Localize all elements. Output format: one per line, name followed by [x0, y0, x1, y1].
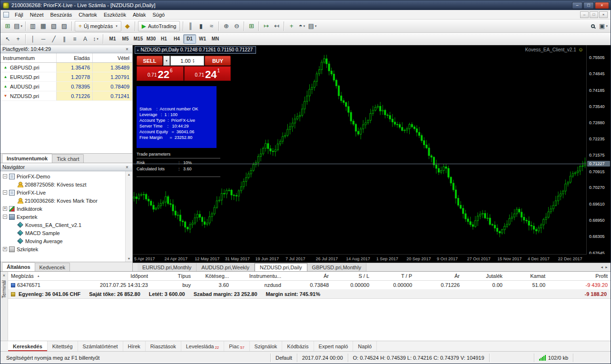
chart-tab-nzdusd-pri-daily[interactable]: NZDUSD.pri,Daily: [255, 263, 307, 271]
spin-down-icon[interactable]: ▾: [193, 61, 194, 63]
periods-icon[interactable]: ◓▾: [296, 21, 307, 31]
zoom-in-icon[interactable]: ⊕: [221, 21, 231, 31]
nav-item-macd-sample[interactable]: MACD Sample: [0, 229, 132, 237]
menu-eszk-z-k[interactable]: Eszközök: [100, 11, 129, 19]
column-header-instrumentum[interactable]: Instrumentum: [0, 53, 57, 62]
tab-tick-chart[interactable]: Tick chart: [52, 154, 84, 163]
cursor-icon[interactable]: ↖: [2, 34, 13, 44]
market-watch-icon[interactable]: ▥: [28, 21, 38, 31]
scroll-down-icon[interactable]: ▼: [128, 257, 131, 260]
menu-f-jl[interactable]: Fájl: [11, 11, 27, 19]
nav-item-moving-average[interactable]: Moving Average: [0, 237, 132, 245]
minimize-button[interactable]: –: [572, 2, 582, 9]
tab-ltal-nos[interactable]: Általános: [2, 262, 35, 271]
search-icon[interactable]: [588, 21, 598, 31]
terminal-tab-szign-lok[interactable]: Szignálok: [250, 341, 283, 351]
restore-button[interactable]: □: [583, 2, 594, 9]
order-row[interactable]: 634765712017.07.25 14:31:23buy3.60nzdusd…: [8, 281, 611, 290]
navigator-scrollbar[interactable]: ▲ ▼: [125, 171, 132, 262]
nav-item-szkriptek[interactable]: +Szkriptek: [0, 245, 132, 253]
tab-scroll-right-icon[interactable]: ►: [605, 266, 608, 269]
expand-icon[interactable]: +: [3, 247, 7, 251]
terminal-tab-piac[interactable]: Piac57: [224, 341, 249, 351]
column-header-r[interactable]: Ár: [415, 273, 463, 279]
sell-button[interactable]: SELL: [137, 56, 163, 66]
child-close-button[interactable]: ×: [599, 11, 608, 18]
column-header-kamat[interactable]: Kamat: [505, 273, 548, 279]
tab-scroll-left-icon[interactable]: ◄: [600, 266, 603, 269]
new-order-button[interactable]: +Új megbízás▾: [75, 21, 121, 31]
close-icon[interactable]: ×: [124, 164, 130, 170]
collapse-panel-icon[interactable]: ▴: [137, 48, 139, 52]
nav-item-expertek[interactable]: −Expertek: [0, 213, 132, 221]
lot-size-input[interactable]: 1.00 ▴ ▾: [170, 56, 204, 66]
timeframe-mn[interactable]: MN: [209, 34, 222, 44]
collapse-icon[interactable]: −: [3, 190, 7, 195]
column-header-instrumentu[interactable]: Instrumentu...: [232, 273, 284, 279]
column-header-t-pus[interactable]: Típus: [151, 273, 194, 279]
navigator-header[interactable]: Navigátor ×: [0, 163, 132, 171]
terminal-tab-sz-mlat-rt-net[interactable]: Számlatörténet: [78, 341, 123, 351]
expand-icon[interactable]: +: [3, 207, 7, 211]
chart-window-icon[interactable]: [3, 12, 9, 18]
menu-n-zet[interactable]: Nézet: [27, 11, 47, 19]
buy-price-button[interactable]: 0.71 24 1: [184, 66, 231, 81]
timeframe-m5[interactable]: M5: [119, 34, 132, 44]
templates-icon[interactable]: ▤▾: [307, 21, 317, 31]
market-watch-row[interactable]: ▲AUDUSD.pri0.783950.78409: [0, 82, 132, 91]
text-icon[interactable]: A: [80, 34, 90, 44]
arrows-icon[interactable]: ↕▾: [90, 34, 101, 44]
timeframe-h4[interactable]: H4: [170, 34, 183, 44]
metaeditor-icon[interactable]: ◆: [122, 21, 133, 31]
nav-item-2088725058-k-vess-teszt[interactable]: 2088725058: Kövess teszt: [0, 180, 132, 188]
menu-s-g[interactable]: Súgó: [149, 11, 168, 19]
nav-item-indik-torok[interactable]: +Indikátorok: [0, 205, 132, 213]
terminal-tab-napl[interactable]: Napló: [353, 341, 377, 351]
market-watch-row[interactable]: ▲GBPUSD.pri1.354761.35489: [0, 63, 132, 72]
auto-scroll-icon[interactable]: ↦: [261, 21, 271, 31]
child-restore-button[interactable]: □: [590, 11, 598, 18]
menu-besz-r-s[interactable]: Beszúrás: [47, 11, 75, 19]
nav-item-kovess-ea-client-v2-1[interactable]: Kovess_EA_Client_v2.1: [0, 221, 132, 229]
candlestick-chart-icon[interactable]: ▮: [196, 21, 206, 31]
timeframe-h1[interactable]: H1: [158, 34, 170, 44]
market-watch-header[interactable]: Piacfigyelő: 10:44:29 ×: [0, 45, 132, 53]
balance-row[interactable]: Egyenleg: 36 041.06 CHF Saját tőke: 26 8…: [8, 290, 611, 299]
indicators-icon[interactable]: +: [286, 21, 296, 31]
zoom-out-icon[interactable]: ⊖: [231, 21, 242, 31]
date-axis[interactable]: 5 Apr 201724 Apr 201712 May 201731 May 2…: [133, 254, 587, 263]
lot-spinner[interactable]: ▴ ▾: [193, 59, 194, 63]
window-layout-icon[interactable]: ▣▾: [598, 21, 609, 31]
channel-icon[interactable]: ∥: [59, 34, 69, 44]
buy-button[interactable]: BUY: [205, 56, 231, 66]
new-chart-icon[interactable]: ⊞: [2, 21, 13, 31]
column-header-id-pont[interactable]: Időpont: [79, 273, 151, 279]
column-header-megb-z-s[interactable]: Megbízás▲: [8, 273, 79, 279]
column-header-v-tel[interactable]: Vétel: [93, 53, 132, 62]
chart-tab-audusd-pri-weekly[interactable]: AUDUSD.pri,Weekly: [197, 263, 255, 271]
close-button[interactable]: ×: [595, 2, 609, 9]
terminal-tab-expert-napl[interactable]: Expert napló: [314, 341, 354, 351]
ea-smiley-icon[interactable]: ☺: [578, 47, 583, 52]
market-watch-row[interactable]: ▲EURUSD.pri1.207781.20791: [0, 72, 132, 82]
column-header-k-t-seg[interactable]: Kötéseg...: [194, 273, 232, 279]
terminal-tab-riaszt-sok[interactable]: Riasztások: [146, 341, 181, 351]
column-header-profit[interactable]: Profit: [548, 273, 611, 279]
status-profile[interactable]: Default: [271, 354, 297, 362]
bar-chart-icon[interactable]: ║: [185, 21, 196, 31]
chart-tab-gbpusd-pri-monthly[interactable]: GBPUSD.pri,Monthly: [307, 263, 366, 271]
fibonacci-icon[interactable]: ≡: [69, 34, 80, 44]
data-window-icon[interactable]: ▦: [38, 21, 49, 31]
close-icon[interactable]: ×: [3, 273, 5, 278]
crosshair-icon[interactable]: +: [13, 34, 23, 44]
scroll-up-icon[interactable]: ▲: [128, 173, 131, 176]
profiles-icon[interactable]: ▤▾: [13, 21, 23, 31]
child-minimize-button[interactable]: –: [580, 11, 589, 18]
autotrading-button[interactable]: ▶AutoTrading: [138, 21, 180, 31]
price-axis[interactable]: 0.71227 0.755050.748450.741850.735400.72…: [587, 45, 611, 254]
nav-item-priorfx-demo[interactable]: −PriorFX-Demo: [0, 172, 132, 180]
menu-chartok[interactable]: Chartok: [75, 11, 100, 19]
tile-windows-icon[interactable]: ⊞: [246, 21, 256, 31]
column-header-elad-s[interactable]: Eladás: [57, 53, 93, 62]
navigator-icon[interactable]: ▧: [49, 21, 59, 31]
